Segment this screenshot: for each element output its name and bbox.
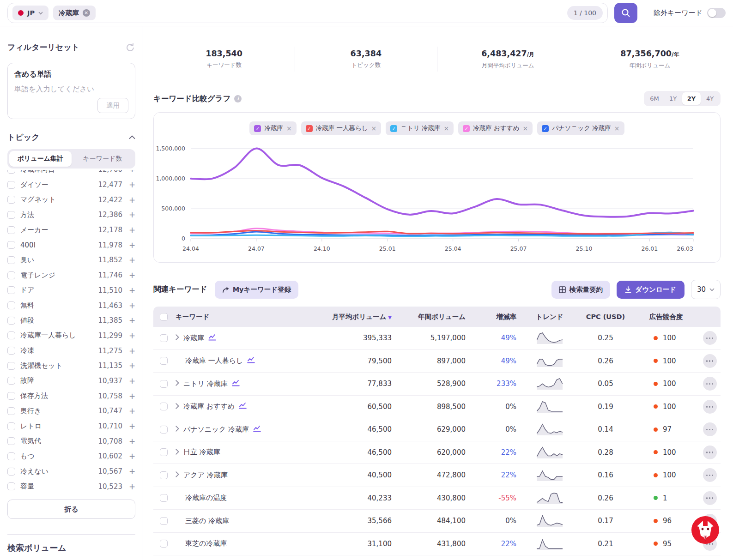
keyword-trend-chart-icon[interactable]	[253, 425, 261, 434]
add-topic-icon[interactable]: +	[129, 271, 135, 280]
topic-checkbox[interactable]	[7, 181, 15, 189]
topic-checkbox[interactable]	[7, 377, 15, 385]
expand-chevron-icon[interactable]	[176, 334, 179, 342]
expand-chevron-icon[interactable]	[176, 471, 179, 479]
add-topic-icon[interactable]: +	[129, 316, 135, 325]
topic-item[interactable]: 方法12,386+	[7, 207, 135, 223]
collapse-button[interactable]: 折る	[7, 500, 135, 519]
topic-checkbox[interactable]	[7, 196, 15, 204]
topic-item[interactable]: 無料11,463+	[7, 298, 135, 313]
row-checkbox[interactable]	[160, 494, 168, 502]
topic-item[interactable]: 故障10,937+	[7, 373, 135, 389]
table-row[interactable]: 冷蔵庫395,3335,197,00049%0.25100	[153, 327, 721, 350]
topic-checkbox[interactable]	[7, 271, 15, 279]
topic-checkbox[interactable]	[7, 241, 15, 249]
column-monthly-volume[interactable]: 月平均ボリューム▼	[324, 313, 397, 321]
topic-checkbox[interactable]	[7, 301, 15, 309]
legend-chip[interactable]: ✓冷蔵庫 一人暮らし×	[301, 121, 382, 135]
keyword-label[interactable]: 日立 冷蔵庫	[183, 448, 220, 457]
reset-icon[interactable]	[125, 42, 135, 53]
tab-volume-total[interactable]: ボリューム集計	[9, 151, 72, 167]
topic-checkbox[interactable]	[7, 482, 15, 490]
remove-series-icon[interactable]: ×	[371, 125, 377, 132]
topic-checkbox[interactable]	[7, 468, 15, 476]
add-topic-icon[interactable]: +	[129, 391, 135, 401]
country-selector[interactable]: JP	[12, 6, 48, 20]
add-topic-icon[interactable]: +	[129, 180, 135, 189]
apply-button[interactable]: 適用	[97, 98, 128, 113]
legend-checkbox[interactable]: ✓	[254, 125, 261, 132]
add-topic-icon[interactable]: +	[129, 482, 135, 491]
topic-item[interactable]: 奥行き10,747+	[7, 403, 135, 419]
add-topic-icon[interactable]: +	[129, 301, 135, 310]
row-menu-button[interactable]	[703, 446, 717, 459]
table-row[interactable]: 日立 冷蔵庫46,500620,00022%0.28100	[153, 441, 721, 464]
topic-checkbox[interactable]	[7, 347, 15, 355]
row-menu-button[interactable]	[703, 491, 717, 505]
keyword-label[interactable]: 冷蔵庫	[183, 334, 204, 343]
row-checkbox[interactable]	[160, 380, 168, 388]
topic-item[interactable]: 洗濯機セット11,135+	[7, 358, 135, 373]
row-checkbox[interactable]	[160, 471, 168, 479]
legend-chip[interactable]: ✓冷蔵庫×	[249, 121, 296, 135]
row-menu-button[interactable]	[703, 377, 717, 391]
download-button[interactable]: ダウンロード	[617, 281, 685, 299]
topic-checkbox[interactable]	[7, 256, 15, 264]
keyword-label[interactable]: 冷蔵庫 一人暮らし	[185, 356, 243, 365]
add-topic-icon[interactable]: +	[129, 210, 135, 219]
legend-checkbox[interactable]: ✓	[390, 125, 397, 132]
my-keyword-register-button[interactable]: Myキーワード登録	[215, 281, 298, 299]
table-row[interactable]: 冷蔵庫の温度40,233430,800-55%0.261	[153, 487, 721, 510]
topic-checkbox[interactable]	[7, 422, 15, 430]
add-topic-icon[interactable]: +	[129, 331, 135, 340]
row-menu-button[interactable]	[703, 354, 717, 368]
include-words-input[interactable]	[14, 85, 128, 93]
topic-checkbox[interactable]	[7, 362, 15, 370]
remove-keyword-icon[interactable]: ×	[83, 9, 90, 17]
topic-item[interactable]: レトロ10,710+	[7, 419, 135, 434]
column-change-rate[interactable]: 増減率	[471, 313, 522, 321]
topic-item[interactable]: 電気代10,708+	[7, 434, 135, 449]
topic-item[interactable]: メーカー12,178+	[7, 223, 135, 238]
add-topic-icon[interactable]: +	[129, 286, 135, 295]
search-bar[interactable]: JP 冷蔵庫 × 1 / 100	[7, 3, 608, 23]
topic-checkbox[interactable]	[7, 437, 15, 445]
keyword-trend-chart-icon[interactable]	[232, 379, 240, 388]
add-topic-icon[interactable]: +	[129, 346, 135, 355]
legend-chip[interactable]: ✓ニトリ 冷蔵庫×	[386, 121, 454, 135]
column-keyword[interactable]: キーワード	[174, 313, 324, 321]
topic-checkbox[interactable]	[7, 170, 15, 174]
topic-item[interactable]: 電子レンジ11,746+	[7, 268, 135, 283]
add-topic-icon[interactable]: +	[129, 225, 135, 235]
search-volume-summary-button[interactable]: 検索量要約	[551, 281, 611, 299]
expand-chevron-icon[interactable]	[176, 403, 179, 411]
remove-series-icon[interactable]: ×	[286, 125, 292, 132]
column-yearly-volume[interactable]: 年間ボリューム	[397, 313, 471, 321]
topic-item[interactable]: ドア11,510+	[7, 283, 135, 298]
topic-item[interactable]: マグネット12,422+	[7, 192, 135, 207]
topic-item[interactable]: 容量10,523+	[7, 479, 135, 494]
table-row[interactable]: ニトリ 冷蔵庫77,833528,900233%0.05100	[153, 373, 721, 396]
add-topic-icon[interactable]: +	[129, 195, 135, 205]
keyword-chip[interactable]: 冷蔵庫 ×	[53, 6, 96, 20]
remove-series-icon[interactable]: ×	[444, 125, 449, 132]
topic-item[interactable]: 冷凍11,275+	[7, 343, 135, 358]
topic-item[interactable]: 冷蔵庫一人暮らし11,299+	[7, 328, 135, 343]
topic-item[interactable]: 臭い11,852+	[7, 253, 135, 268]
add-topic-icon[interactable]: +	[129, 255, 135, 265]
add-topic-icon[interactable]: +	[129, 241, 135, 250]
legend-checkbox[interactable]: ✓	[306, 125, 313, 132]
keyword-label[interactable]: 東芝の冷蔵庫	[185, 539, 227, 548]
add-topic-icon[interactable]: +	[129, 361, 135, 370]
table-row[interactable]: 東芝の冷蔵庫31,100431,80022%0.2195	[153, 533, 721, 556]
topic-item[interactable]: もつ10,602+	[7, 449, 135, 464]
tab-keyword-count[interactable]: キーワード数	[72, 151, 134, 167]
topic-item[interactable]: 冷蔵庫向日12,700+	[7, 170, 135, 177]
topic-checkbox[interactable]	[7, 317, 15, 325]
topic-item[interactable]: 400l11,978+	[7, 237, 135, 253]
expand-chevron-icon[interactable]	[176, 448, 179, 457]
topic-item[interactable]: 保存方法10,758+	[7, 388, 135, 403]
exclude-keyword-toggle[interactable]	[707, 8, 726, 18]
add-topic-icon[interactable]: +	[129, 376, 135, 385]
row-menu-button[interactable]	[703, 468, 717, 482]
